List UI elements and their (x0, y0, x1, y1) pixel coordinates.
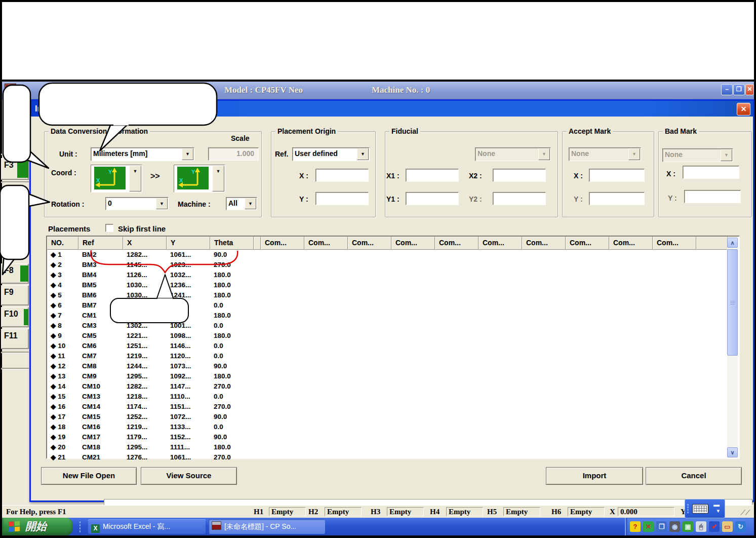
view-source-button[interactable]: View Source (141, 467, 237, 485)
bad-x-input[interactable] (683, 166, 739, 179)
dropdown-arrow-icon[interactable]: ▼ (129, 166, 141, 191)
placement-row[interactable]: ◆ 9CM51221...1098...180.0 (47, 331, 739, 341)
placement-row[interactable]: ◆ 14CM101282...1147...270.0 (47, 381, 739, 392)
column-header[interactable]: Com... (522, 237, 566, 250)
column-header[interactable]: Com... (653, 237, 696, 250)
coord-source-dropdown[interactable]: Y X ▼ (91, 165, 142, 193)
placement-row[interactable]: ◆ 12CM81244...1073...90.0 (47, 361, 739, 371)
placement-row[interactable]: ◆ 20CM181295...1111...180.0 (47, 442, 739, 452)
placement-row[interactable]: ◆ 10CM61251...1146...0.0 (47, 341, 739, 351)
svg-text:X: X (96, 177, 100, 183)
tray-device-icon[interactable]: ▣ (683, 521, 693, 532)
keyboard-icon[interactable] (692, 504, 708, 514)
tray-status-icon[interactable]: ✕ (643, 521, 654, 532)
unit-dropdown[interactable]: Milimeters [mm] ▼ (91, 147, 194, 161)
scroll-up-icon[interactable]: ∧ (727, 238, 738, 248)
placement-row[interactable]: ◆ 17CM151252...1072...90.0 (47, 412, 739, 422)
tray-update-icon[interactable]: ↻ (735, 521, 746, 532)
dropdown-arrow-icon[interactable]: ▼ (245, 198, 256, 209)
placement-row[interactable]: ◆ 19CM171179...1152...90.0 (47, 432, 739, 442)
fiducial-y1-input[interactable] (406, 192, 459, 205)
machine-dropdown[interactable]: All ▼ (226, 197, 257, 210)
dropdown-arrow-icon[interactable]: ▼ (182, 148, 193, 160)
column-header[interactable]: Com... (391, 237, 435, 250)
scrollbar-thumb[interactable] (727, 249, 738, 356)
accept-x-input[interactable] (589, 169, 645, 182)
fiducial-x2-input[interactable] (493, 169, 546, 182)
maximize-button[interactable]: ❐ (733, 84, 745, 95)
placement-row[interactable]: ◆ 5BM61030...1241...180.0 (47, 290, 739, 300)
cancel-button[interactable]: Cancel (646, 467, 742, 485)
tray-help-icon[interactable]: ? (630, 521, 641, 532)
column-header[interactable]: Com... (304, 237, 348, 250)
column-header[interactable]: Com... (609, 237, 653, 250)
fiducial-x1-input[interactable] (406, 169, 459, 182)
tray-display-icon[interactable]: ▭ (722, 521, 733, 532)
column-header[interactable]: X (123, 237, 167, 250)
skip-first-line-checkbox[interactable] (105, 224, 113, 232)
placement-row[interactable]: ◆ 11CM71219...1120...0.0 (47, 351, 739, 361)
ref-label: Ref. (275, 150, 288, 158)
column-header[interactable]: NO. (47, 237, 78, 250)
dropdown-arrow-icon[interactable]: ▼ (212, 166, 224, 191)
column-header[interactable]: Y (167, 237, 210, 250)
rotation-dropdown[interactable]: 0 ▼ (105, 197, 169, 210)
placement-row[interactable]: ◆ 16CM141174...1151...270.0 (47, 402, 739, 412)
language-bar[interactable]: ▬ ▾ (685, 499, 725, 518)
tray-input-icon[interactable]: ✔ (709, 521, 720, 532)
start-button[interactable]: 開始 (2, 518, 73, 535)
column-header[interactable]: Com... (261, 237, 304, 250)
placement-row[interactable]: ◆ 7CM1180.0 (47, 311, 739, 321)
tray-audio-icon[interactable]: ◉ (669, 521, 680, 532)
placement-row[interactable]: ◆ 6BM70.0 (47, 300, 739, 311)
placement-row[interactable]: ◆ 2BM31145...1023...270.0 (47, 260, 739, 270)
close-button[interactable]: ✕ (745, 84, 754, 95)
taskbar-task-excel[interactable]: XMicrosoft Excel - 寫... (88, 519, 206, 534)
accept-y-input[interactable] (589, 192, 645, 205)
placement-row[interactable]: ◆ 18CM161219...1133...0.0 (47, 422, 739, 432)
taskbar-task-cp[interactable]: [未命名標題] - CP So... (209, 519, 325, 534)
column-header[interactable]: Com... (479, 237, 522, 250)
tray-network-icon[interactable]: ❐ (656, 521, 667, 532)
start-label: 開始 (25, 518, 47, 535)
minimize-button[interactable]: – (721, 84, 733, 95)
column-header[interactable]: Com... (348, 237, 391, 250)
placement-row[interactable]: ◆ 13CM91295...1092...180.0 (47, 371, 739, 381)
dropdown-arrow-icon[interactable]: ▼ (156, 198, 168, 209)
placement-row[interactable]: ◆ 4BM51030...1236...180.0 (47, 280, 739, 290)
vertical-scrollbar[interactable]: ∧ ∨ (727, 238, 738, 457)
origin-y-input[interactable] (315, 192, 369, 205)
fkey-button-f11[interactable]: F11 (1, 329, 29, 349)
import-button[interactable]: Import (546, 467, 643, 485)
col-ref: BM3 (78, 260, 123, 270)
new-file-open-button[interactable]: New File Open (41, 467, 137, 485)
fkey-button-f9[interactable]: F9 (1, 285, 29, 305)
column-header[interactable]: Ref (78, 237, 123, 250)
placement-row[interactable]: ◆ 8CM31302...1001...0.0 (47, 321, 739, 331)
scroll-down-icon[interactable]: ∨ (727, 447, 738, 457)
column-header[interactable] (696, 237, 728, 250)
scale-field: 1.000 (208, 147, 259, 161)
fiducial-y2-input[interactable] (493, 192, 546, 205)
column-header[interactable]: Com... (566, 237, 609, 250)
langbar-options-icon[interactable]: ▾ (717, 508, 720, 514)
placement-row[interactable]: ◆ 3BM41126...1032...180.0 (47, 270, 739, 280)
origin-x-input[interactable] (315, 169, 369, 182)
placement-row[interactable]: ◆ 15CM131218...1110...0.0 (47, 392, 739, 402)
ref-dropdown[interactable]: User defined ▼ (292, 147, 370, 161)
col-no: ◆ 7 (47, 311, 78, 321)
dialog-close-button[interactable]: ✕ (737, 103, 750, 116)
group-label: Accept Mark (567, 127, 613, 135)
tray-mouse-icon[interactable]: 🖰 (696, 521, 706, 532)
dropdown-arrow-icon[interactable]: ▼ (357, 148, 369, 160)
placement-row[interactable]: ◆ 1BM21282...1061...90.0 (47, 250, 739, 260)
col-x: 1282... (123, 250, 167, 260)
bad-y-input[interactable] (684, 190, 741, 203)
placement-row[interactable]: ◆ 21CM211276...1061...270.0 (47, 452, 739, 463)
column-header[interactable] (254, 237, 261, 250)
coord-target-dropdown[interactable]: Y X ▼ (174, 165, 225, 193)
column-header[interactable]: Com... (435, 237, 479, 250)
column-header[interactable]: Theta (210, 237, 254, 250)
langbar-minimize-icon[interactable]: ▬ (713, 501, 720, 508)
langbar-grip[interactable] (687, 504, 689, 514)
